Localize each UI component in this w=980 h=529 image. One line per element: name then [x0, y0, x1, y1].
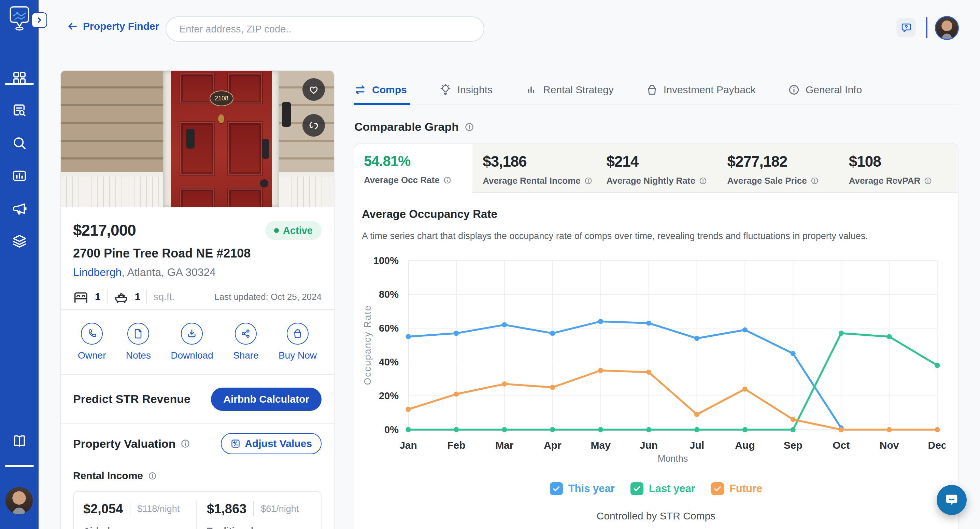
property-address: 2700 Pine Tree Road NE #2108	[73, 246, 321, 261]
tabs-divider	[354, 105, 958, 105]
svg-text:Aug: Aug	[735, 440, 755, 451]
topbar-user-avatar[interactable]	[935, 16, 959, 40]
help-button[interactable]	[896, 18, 916, 37]
check-icon	[633, 484, 641, 493]
legend-future[interactable]: Future	[711, 482, 762, 495]
rental-income-traditional: $1,863 $61/night Traditional	[197, 501, 311, 529]
this-year-checkbox[interactable]	[550, 482, 563, 495]
property-valuation-section: Property Valuation Adjust Values Rental …	[61, 424, 334, 529]
phone-icon	[81, 323, 103, 344]
share-button[interactable]: Share	[233, 323, 259, 361]
sidebar-divider-bottom	[5, 465, 34, 467]
tab-insights[interactable]: Insights	[439, 83, 493, 96]
svg-text:Mar: Mar	[495, 440, 514, 451]
stat-average-nightly-rate[interactable]: $214 Average Nightly Rate	[596, 144, 717, 193]
info-icon[interactable]	[924, 177, 932, 185]
sqft-label: sq.ft.	[153, 291, 175, 303]
chat-bubble-icon	[944, 492, 959, 508]
sidebar-user-avatar[interactable]	[5, 487, 33, 514]
airbnb-monthly: $2,054	[83, 502, 123, 516]
owner-button[interactable]: Owner	[78, 323, 106, 361]
heart-icon	[308, 84, 320, 95]
active-tab-underline	[354, 103, 410, 105]
svg-text:Sep: Sep	[784, 440, 802, 451]
airbnb-calculator-button[interactable]: Airbnb Calculator	[211, 387, 321, 411]
predict-title: Predict STR Revenue	[73, 392, 191, 406]
property-actions: Owner Notes Download Share Buy Now	[61, 310, 334, 374]
stat-average-rental-income[interactable]: $3,186 Average Rental Income	[473, 144, 596, 193]
tab-investment-payback[interactable]: Investment Payback	[646, 84, 756, 96]
chart-title: Average Occupancy Rate	[362, 208, 497, 221]
legend-this-year[interactable]: This year	[550, 482, 615, 495]
comps-stats-strip: 54.81% Average Occ Rate $3,186 Average R…	[354, 144, 958, 193]
svg-text:Feb: Feb	[447, 440, 465, 451]
sidebar-item-layers[interactable]	[12, 233, 27, 249]
predict-str-revenue-section: Predict STR Revenue Airbnb Calculator	[61, 374, 334, 424]
property-photo: 2108	[61, 71, 334, 207]
svg-text:Jul: Jul	[689, 440, 704, 451]
tab-rental-strategy[interactable]: Rental Strategy	[525, 83, 614, 96]
lightbulb-icon	[439, 83, 452, 96]
back-to-property-finder[interactable]: Property Finder	[67, 21, 159, 32]
stat-average-revpar[interactable]: $108 Average RevPAR	[839, 144, 958, 193]
adjust-icon	[231, 438, 241, 449]
sidebar-item-property-report[interactable]	[12, 102, 27, 118]
info-icon[interactable]	[443, 176, 452, 185]
svg-text:Apr: Apr	[544, 440, 562, 451]
sidebar	[0, 0, 38, 529]
legend-last-year[interactable]: Last year	[630, 482, 695, 495]
rental-income-airbnb: $2,054 $118/night Airbnb	[83, 501, 197, 529]
future-checkbox[interactable]	[711, 482, 724, 495]
sidebar-item-library[interactable]	[12, 433, 27, 449]
rental-income-info-icon[interactable]	[148, 471, 157, 481]
bed-icon	[73, 289, 89, 304]
favorite-button[interactable]	[302, 78, 325, 101]
property-price: $217,000	[73, 221, 136, 239]
sidebar-item-dashboard[interactable]	[12, 70, 27, 86]
svg-text:Jun: Jun	[640, 440, 658, 451]
svg-text:Months: Months	[658, 454, 688, 464]
download-button[interactable]: Download	[171, 323, 213, 361]
svg-text:Dec: Dec	[928, 440, 945, 451]
tab-comps[interactable]: Comps	[354, 83, 407, 96]
address-search-input[interactable]	[165, 16, 484, 41]
svg-text:80%: 80%	[379, 289, 399, 300]
beds-count: 1	[95, 291, 101, 303]
chart-legend: This year Last year Future	[354, 482, 958, 495]
app-logo-icon[interactable]	[8, 5, 32, 32]
chart-subtitle: A time series chart that displays the oc…	[362, 231, 868, 241]
check-icon	[552, 484, 561, 493]
neighborhood-link[interactable]: Lindbergh	[73, 266, 121, 278]
valuation-info-icon[interactable]	[180, 438, 191, 449]
svg-text:40%: 40%	[379, 357, 399, 368]
info-icon[interactable]	[699, 177, 707, 185]
info-icon[interactable]	[810, 177, 819, 185]
info-circle-icon	[788, 84, 800, 96]
sidebar-item-marketing[interactable]	[12, 201, 27, 217]
buy-now-button[interactable]: Buy Now	[278, 323, 317, 361]
sidebar-item-search[interactable]	[12, 135, 27, 151]
download-icon	[181, 323, 203, 344]
live-chat-button[interactable]	[937, 485, 967, 515]
sidebar-expand-button[interactable]	[32, 12, 47, 28]
svg-text:100%: 100%	[374, 255, 399, 266]
compare-arrows-icon	[308, 120, 320, 131]
notes-button[interactable]: Notes	[126, 323, 151, 361]
adjust-values-button[interactable]: Adjust Values	[221, 433, 321, 454]
last-year-checkbox[interactable]	[630, 482, 643, 495]
door-knocker	[218, 115, 224, 123]
status-badge: Active	[265, 221, 321, 240]
compare-button[interactable]	[302, 114, 325, 137]
status-dot	[274, 228, 279, 233]
stat-average-occ-rate[interactable]: 54.81% Average Occ Rate	[354, 144, 473, 193]
svg-text:Oct: Oct	[832, 440, 850, 451]
info-icon[interactable]	[584, 177, 593, 185]
sidebar-item-analytics[interactable]	[12, 168, 27, 184]
svg-text:Nov: Nov	[880, 440, 899, 451]
comparable-graph-info-icon[interactable]	[464, 122, 474, 132]
property-meta: 1 1 sq.ft. Last updated: Oct 25, 2024	[73, 289, 321, 304]
stat-average-sale-price[interactable]: $277,182 Average Sale Price	[717, 144, 839, 193]
tab-general-info[interactable]: General Info	[788, 84, 862, 96]
tote-bag-icon	[646, 84, 658, 96]
airbnb-nightly: $118/night	[137, 504, 180, 514]
